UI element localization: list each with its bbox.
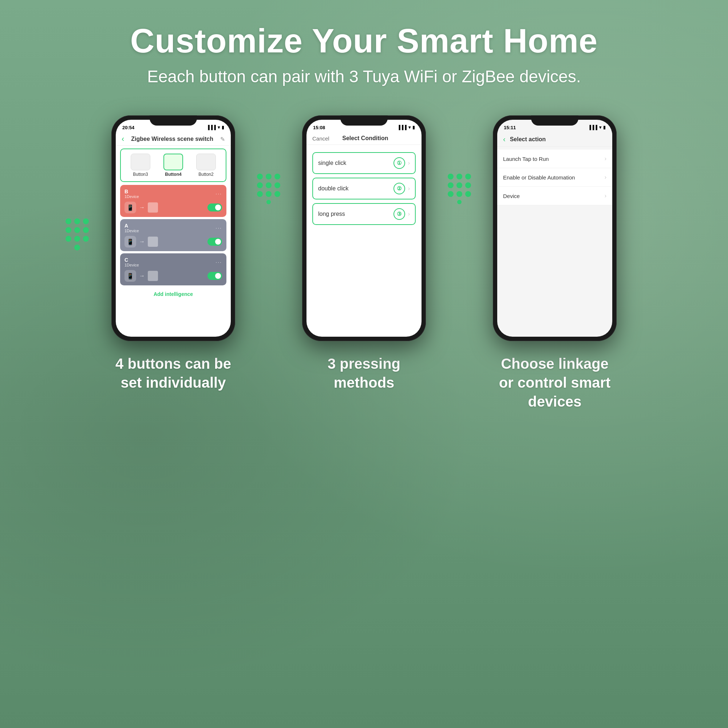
button3-item[interactable]: Button3 bbox=[126, 154, 155, 177]
phone2-cancel-btn[interactable]: Cancel bbox=[312, 135, 329, 142]
add-intelligence-btn[interactable]: Add intelligence bbox=[116, 288, 231, 301]
scene-b-arrow: → bbox=[139, 204, 145, 211]
scene-card-c-sub: 1Device bbox=[124, 263, 139, 267]
scene-card-a-title: A bbox=[124, 223, 139, 229]
conditions-list: single click ① › double click ② › bbox=[306, 145, 422, 225]
action-device-label: Device bbox=[503, 193, 520, 199]
scene-c-toggle[interactable] bbox=[208, 272, 222, 280]
condition-single-click[interactable]: single click ① › bbox=[312, 152, 416, 174]
caption2: 3 pressing methods bbox=[306, 354, 422, 392]
action-launch-tap-label: Launch Tap to Run bbox=[503, 156, 549, 162]
scene-a-devices: 📱 → bbox=[124, 236, 158, 248]
scene-a-icon: 📱 bbox=[124, 236, 136, 248]
page-title: Customize Your Smart Home bbox=[130, 22, 598, 60]
scene-card-c-more[interactable]: ··· bbox=[216, 259, 222, 265]
button3-square bbox=[131, 154, 150, 170]
button3-label: Button3 bbox=[133, 172, 148, 177]
scene-card-c: C 1Device ··· 📱 → bbox=[120, 253, 226, 285]
scene-card-c-title: C bbox=[124, 257, 139, 263]
main-content: Customize Your Smart Home Eeach button c… bbox=[0, 0, 728, 411]
condition-double-chevron: › bbox=[408, 185, 410, 192]
phone1-back-icon[interactable]: ‹ bbox=[122, 134, 124, 144]
signal-icon: ▐▐▐ bbox=[206, 125, 216, 130]
scene-card-a-sub: 1Device bbox=[124, 229, 139, 233]
phone1-time: 20:54 bbox=[122, 125, 134, 130]
phone3-status-icons: ▐▐▐ ▾ ▮ bbox=[588, 125, 606, 130]
condition-num-1: ① bbox=[393, 157, 405, 169]
action-enable-disable-chevron: › bbox=[605, 174, 606, 180]
caption3: Choose linkage or control smart devices bbox=[497, 354, 613, 411]
action-launch-chevron: › bbox=[605, 155, 606, 162]
scene-card-a-more[interactable]: ··· bbox=[216, 225, 222, 231]
page-subtitle: Eeach button can pair with 3 Tuya WiFi o… bbox=[147, 67, 581, 86]
condition-long-press[interactable]: long press ③ › bbox=[312, 203, 416, 225]
phone1-button-row: Button3 Button4 Button2 bbox=[120, 148, 226, 182]
dots-left bbox=[66, 219, 89, 251]
button2-label: Button2 bbox=[198, 172, 213, 177]
scene-c-icon: 📱 bbox=[124, 270, 136, 282]
phone1-edit-icon[interactable]: ✎ bbox=[220, 136, 225, 143]
phone2-notch bbox=[340, 115, 388, 125]
condition-single-chevron: › bbox=[408, 160, 410, 166]
phone2-battery-icon: ▮ bbox=[412, 125, 415, 130]
scene-a-toggle[interactable] bbox=[208, 238, 222, 246]
wifi-icon: ▾ bbox=[218, 125, 220, 130]
phone2-status-icons: ▐▐▐ ▾ ▮ bbox=[397, 125, 415, 130]
scene-card-b: B 1Device ··· 📱 → bbox=[120, 185, 226, 217]
scene-card-b-body: 📱 → bbox=[124, 202, 222, 213]
phone1: 20:54 ▐▐▐ ▾ ▮ ‹ Zigbee Wireless scene sw… bbox=[112, 115, 235, 341]
condition-long-press-right: ③ › bbox=[393, 208, 410, 220]
scene-card-b-title: B bbox=[124, 188, 139, 194]
action-device-chevron: › bbox=[605, 193, 606, 199]
button4-item[interactable]: Button4 bbox=[159, 154, 188, 177]
phone2-time: 15:08 bbox=[313, 125, 325, 130]
condition-num-3: ③ bbox=[393, 208, 405, 220]
action-device[interactable]: Device › bbox=[497, 187, 612, 205]
scene-b-square bbox=[148, 202, 158, 213]
button2-item[interactable]: Button2 bbox=[191, 154, 220, 177]
phone2-nav: Cancel Select Condition bbox=[306, 133, 422, 145]
scene-c-arrow: → bbox=[139, 273, 145, 279]
phone1-notch bbox=[150, 115, 197, 125]
battery-icon: ▮ bbox=[222, 125, 224, 130]
scene-card-b-more[interactable]: ··· bbox=[216, 191, 222, 197]
phone2-wifi-icon: ▾ bbox=[408, 125, 411, 130]
phone1-nav: ‹ Zigbee Wireless scene switch ✎ bbox=[116, 133, 231, 145]
caption1: 4 buttons can be set individually bbox=[115, 354, 231, 392]
condition-long-press-label: long press bbox=[318, 211, 345, 217]
condition-double-click-right: ② › bbox=[393, 183, 410, 194]
action-enable-disable-label: Enable or Disable Automation bbox=[503, 174, 575, 180]
dots-between-1-2 bbox=[257, 174, 280, 204]
phone3-notch bbox=[531, 115, 578, 125]
button2-square bbox=[196, 154, 216, 170]
condition-single-click-label: single click bbox=[318, 160, 346, 166]
action-enable-disable[interactable]: Enable or Disable Automation › bbox=[497, 168, 612, 187]
phone3-battery-icon: ▮ bbox=[603, 125, 606, 130]
condition-single-click-right: ① › bbox=[393, 157, 410, 169]
scene-b-devices: 📱 → bbox=[124, 202, 158, 213]
button4-square bbox=[164, 154, 183, 170]
scene-card-c-header: C 1Device ··· bbox=[124, 257, 222, 267]
phone2-col: 15:08 ▐▐▐ ▾ ▮ Cancel Select Condition bbox=[302, 115, 426, 392]
condition-double-click-label: double click bbox=[318, 185, 349, 192]
condition-num-2: ② bbox=[393, 183, 405, 194]
phone1-nav-title: Zigbee Wireless scene switch bbox=[131, 136, 213, 142]
phone3-signal-icon: ▐▐▐ bbox=[588, 125, 597, 130]
dots-between-2-3 bbox=[448, 174, 471, 204]
phone3-nav: ‹ Select action bbox=[497, 133, 612, 147]
phone3: 15:11 ▐▐▐ ▾ ▮ ‹ Select action Launch bbox=[493, 115, 616, 341]
scene-a-square bbox=[148, 237, 158, 247]
phone3-time: 15:11 bbox=[504, 125, 516, 130]
scene-b-icon: 📱 bbox=[124, 202, 136, 213]
phone3-col: 15:11 ▐▐▐ ▾ ▮ ‹ Select action Launch bbox=[493, 115, 616, 411]
action-launch-tap[interactable]: Launch Tap to Run › bbox=[497, 150, 612, 168]
phone2-signal-icon: ▐▐▐ bbox=[397, 125, 407, 130]
scene-b-toggle[interactable] bbox=[208, 203, 222, 211]
condition-double-click[interactable]: double click ② › bbox=[312, 177, 416, 199]
phone2-screen: 15:08 ▐▐▐ ▾ ▮ Cancel Select Condition bbox=[306, 120, 422, 337]
phone1-screen: 20:54 ▐▐▐ ▾ ▮ ‹ Zigbee Wireless scene sw… bbox=[116, 120, 231, 337]
phone3-back-btn[interactable]: ‹ bbox=[503, 135, 506, 144]
scene-a-arrow: → bbox=[139, 239, 145, 245]
phone3-screen: 15:11 ▐▐▐ ▾ ▮ ‹ Select action Launch bbox=[497, 120, 612, 337]
scene-card-b-header: B 1Device ··· bbox=[124, 188, 222, 199]
